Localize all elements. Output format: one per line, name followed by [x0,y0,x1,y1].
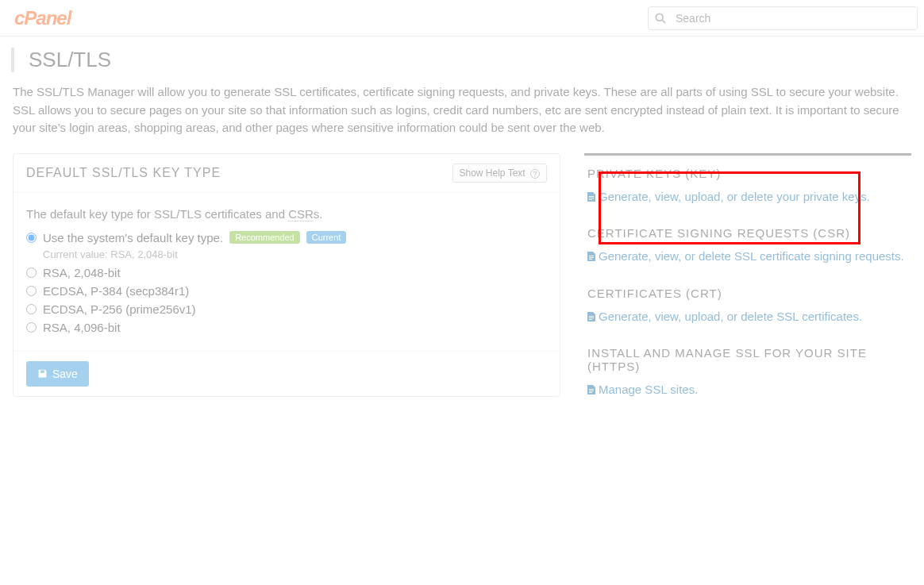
svg-rect-12 [589,391,594,391]
current-value: Current value: RSA, 2,048-bit [26,248,547,260]
svg-rect-7 [589,259,592,260]
svg-rect-5 [589,256,594,256]
radio-system-default[interactable] [26,233,37,243]
file-icon [587,192,595,202]
option-label: ECDSA, P-256 (prime256v1) [43,302,196,316]
option-label: Use the system's default key type. [43,231,223,244]
option-label: RSA, 2,048-bit [43,266,121,279]
section-title-private-keys: PRIVATE KEYS (KEY) [587,167,908,180]
section-crt: CERTIFICATES (CRT) Generate, view, uploa… [584,275,911,336]
save-button[interactable]: Save [26,361,89,387]
link-csr[interactable]: Generate, view, or delete SSL certificat… [587,248,908,266]
section-install-ssl: INSTALL AND MANAGE SSL FOR YOUR SITE (HT… [584,335,911,409]
search-box[interactable] [648,6,918,30]
svg-rect-4 [589,199,592,200]
intro-text: The SSL/TLS Manager will allow you to ge… [0,83,924,153]
page-title: SSL/TLS [29,48,924,72]
section-title-csr: CERTIFICATE SIGNING REQUESTS (CSR) [587,226,908,240]
link-manage-ssl[interactable]: Manage SSL sites. [587,381,908,399]
top-header: cPanel [0,0,924,37]
show-help-button[interactable]: Show Help Text ? [452,164,548,183]
svg-rect-2 [589,196,594,197]
panel-title: DEFAULT SSL/TLS KEY TYPE [26,166,221,180]
svg-rect-9 [589,318,594,318]
save-label: Save [52,368,78,380]
section-title-install-ssl: INSTALL AND MANAGE SSL FOR YOUR SITE (HT… [587,346,908,373]
radio-rsa-2048[interactable] [26,267,37,278]
radio-ecdsa-p256[interactable] [26,304,37,314]
key-option-ecdsa-p256[interactable]: ECDSA, P-256 (prime256v1) [26,300,547,318]
badge-recommended: Recommended [229,231,300,244]
key-option-ecdsa-p384[interactable]: ECDSA, P-384 (secp384r1) [26,282,547,300]
link-text: Generate, view, or delete SSL certificat… [599,249,904,263]
svg-rect-11 [589,389,594,390]
link-crt[interactable]: Generate, view, upload, or delete SSL ce… [587,308,908,326]
svg-line-1 [662,20,665,23]
link-private-keys[interactable]: Generate, view, upload, or delete your p… [587,188,908,206]
link-text: Manage SSL sites. [599,383,698,396]
link-text: Generate, view, upload, or delete SSL ce… [599,310,862,323]
file-icon [587,385,595,394]
section-private-keys: PRIVATE KEYS (KEY) Generate, view, uploa… [584,156,911,216]
search-icon [649,13,672,24]
link-text: Generate, view, upload, or delete your p… [599,190,870,203]
file-icon [587,252,595,261]
key-option-system-default[interactable]: Use the system's default key type. Recom… [26,229,547,247]
svg-rect-13 [589,392,592,393]
section-title-crt: CERTIFICATES (CRT) [587,287,908,300]
cpanel-logo: cPanel [6,7,71,29]
show-help-label: Show Help Text [460,167,526,179]
svg-rect-8 [589,316,594,317]
key-option-rsa-4096[interactable]: RSA, 4,096-bit [26,318,547,337]
key-type-description: The default key type for SSL/TLS certifi… [26,207,547,221]
radio-rsa-4096[interactable] [26,322,37,333]
section-csr: CERTIFICATE SIGNING REQUESTS (CSR) Gener… [584,215,911,275]
radio-ecdsa-p384[interactable] [26,286,37,296]
badge-current: Current [306,231,347,244]
key-option-rsa-2048[interactable]: RSA, 2,048-bit [26,264,547,282]
search-input[interactable] [672,8,917,29]
svg-rect-3 [589,198,594,198]
option-label: RSA, 4,096-bit [43,321,121,334]
save-icon [37,368,48,379]
option-label: ECDSA, P-384 (secp384r1) [43,284,189,298]
svg-rect-10 [589,319,592,320]
file-icon [587,312,595,321]
svg-point-0 [656,13,663,21]
default-key-type-panel: DEFAULT SSL/TLS KEY TYPE Show Help Text … [13,153,560,397]
page-title-wrap: SSL/TLS [11,48,924,72]
help-icon: ? [530,169,540,179]
svg-rect-6 [589,257,594,258]
